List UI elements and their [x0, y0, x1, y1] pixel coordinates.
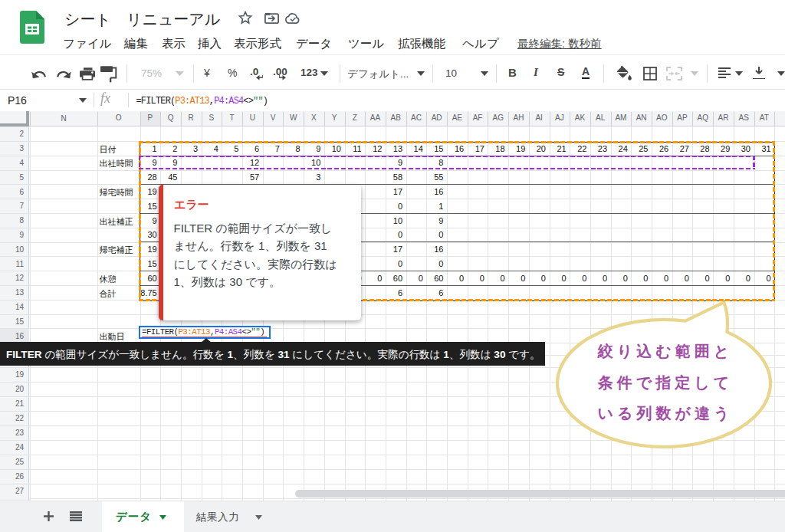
svg-text:条件で指定して: 条件で指定して	[597, 374, 733, 391]
svg-text:いる列数が違う: いる列数が違う	[598, 405, 734, 422]
svg-text:絞り込む範囲と: 絞り込む範囲と	[597, 343, 733, 360]
